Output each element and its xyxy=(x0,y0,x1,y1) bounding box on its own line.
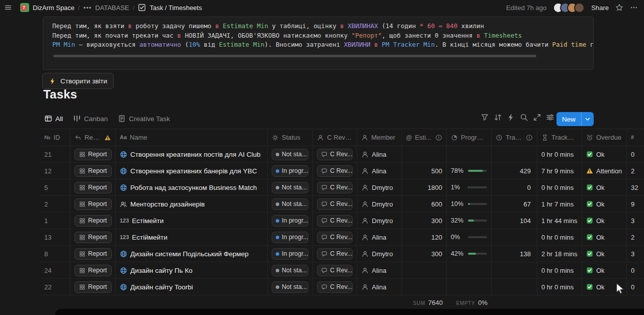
cell-member[interactable]: Alina xyxy=(357,262,402,278)
task-name[interactable]: Менторство дизайнерів xyxy=(130,200,205,208)
report-button[interactable]: Report xyxy=(74,149,112,160)
cell-member[interactable]: Dmytro xyxy=(357,213,402,229)
avatar-stack[interactable] xyxy=(553,3,585,13)
column-header-replies[interactable]: Repl... xyxy=(70,129,116,146)
cell-tracker[interactable]: 0 hr 0 mins xyxy=(537,262,582,278)
review-pill[interactable]: C Rev... xyxy=(317,198,353,210)
cell-tracker[interactable]: 1 hr 44 mins xyxy=(537,213,582,229)
cell-tracked[interactable] xyxy=(492,146,537,162)
cell-tracker[interactable]: 1 hr 7 mins xyxy=(537,196,582,212)
cell-tracker[interactable]: 0 hr 0 mins xyxy=(537,229,582,245)
cell-tracked[interactable]: 67 xyxy=(492,196,537,212)
status-pill[interactable]: In progr... xyxy=(272,215,308,227)
cell-estimate[interactable] xyxy=(402,262,447,278)
view-tab-all[interactable]: All xyxy=(44,115,63,123)
column-header-tracker[interactable]: Tracker... xyxy=(537,129,582,146)
review-pill[interactable]: C Rev... xyxy=(317,182,353,193)
status-pill[interactable]: Not sta... xyxy=(272,198,308,210)
review-pill[interactable]: C Rev... xyxy=(317,248,353,260)
sort-icon[interactable] xyxy=(494,113,502,122)
status-pill[interactable]: Not sta... xyxy=(272,265,308,276)
report-button[interactable]: Report xyxy=(74,182,112,193)
review-pill[interactable]: C Rev... xyxy=(317,165,353,177)
status-pill[interactable]: Not sta... xyxy=(272,149,308,160)
cell-member[interactable]: Alina xyxy=(357,146,402,162)
status-pill[interactable]: Not sta... xyxy=(272,281,308,293)
column-header-estimate[interactable]: @Esti... xyxy=(402,129,447,146)
create-reports-button[interactable]: Створити звіти xyxy=(42,73,114,89)
filter-icon[interactable] xyxy=(480,113,489,122)
report-button[interactable]: Report xyxy=(74,165,112,177)
status-pill[interactable]: In progr... xyxy=(272,232,308,243)
task-name[interactable]: Дизайн сайту Пь Ко xyxy=(130,267,193,274)
column-header-progress[interactable]: Progress xyxy=(447,129,492,146)
share-button[interactable]: Share xyxy=(591,4,609,12)
review-pill[interactable]: C Rev... xyxy=(317,265,353,276)
column-header-tracked[interactable]: Trac... xyxy=(492,129,537,146)
review-pill[interactable]: C Rev... xyxy=(317,232,353,243)
cell-estimate[interactable]: 300 xyxy=(402,213,447,229)
estimate-sum-footer[interactable]: SUM 7640 xyxy=(402,299,443,306)
report-button[interactable]: Report xyxy=(74,281,112,293)
cell-estimate[interactable] xyxy=(402,146,447,162)
cell-estimate[interactable]: 600 xyxy=(402,196,447,212)
status-pill[interactable]: In progr... xyxy=(272,248,308,260)
horizontal-scrollbar[interactable] xyxy=(53,55,536,57)
task-name[interactable]: Робота над застосунком Business Match xyxy=(130,184,257,191)
status-pill[interactable]: In progr... xyxy=(272,165,308,177)
column-header-status[interactable]: Status xyxy=(268,129,313,146)
review-pill[interactable]: C Rev... xyxy=(317,149,353,160)
view-tab-canban[interactable]: Canban xyxy=(73,115,108,123)
column-header-member[interactable]: Member xyxy=(357,129,402,146)
cell-tracked[interactable] xyxy=(492,229,537,245)
cell-member[interactable]: Alina xyxy=(357,279,402,295)
new-button[interactable]: New xyxy=(556,112,594,126)
favorite-star-icon[interactable] xyxy=(615,4,623,12)
column-header-overdue[interactable]: Overdue xyxy=(582,129,627,146)
report-button[interactable]: Report xyxy=(74,198,112,210)
status-pill[interactable]: Not sta... xyxy=(272,182,308,193)
review-pill[interactable]: C Rev... xyxy=(317,281,353,293)
report-button[interactable]: Report xyxy=(74,248,112,260)
report-button[interactable]: Report xyxy=(74,265,112,276)
progress-empty-footer[interactable]: EMPTY 0% xyxy=(447,299,488,306)
column-header-extra[interactable]: # xyxy=(627,129,644,146)
cell-tracked[interactable]: 429 xyxy=(492,163,537,179)
info-icon[interactable] xyxy=(526,134,533,141)
cell-estimate[interactable]: 120 xyxy=(402,229,447,245)
cell-tracker[interactable]: 0 hr 0 mins xyxy=(537,279,582,295)
cell-tracked[interactable]: 0 xyxy=(492,179,537,195)
sidebar-toggle-icon[interactable] xyxy=(4,4,12,12)
task-name[interactable]: Створення креативних банерів для YBC xyxy=(130,167,257,175)
task-name[interactable]: Створення креативних постів для AI Club xyxy=(130,151,261,158)
column-header-review[interactable]: C Review xyxy=(313,129,357,146)
column-header-id[interactable]: №ID xyxy=(40,129,70,146)
cell-tracker[interactable]: 7 hr 9 mins xyxy=(537,163,582,179)
search-icon[interactable] xyxy=(520,113,528,122)
cell-tracked[interactable]: 138 xyxy=(492,246,537,262)
review-pill[interactable]: C Rev... xyxy=(317,215,353,227)
more-options-icon[interactable] xyxy=(630,4,638,12)
cell-estimate[interactable]: 300 xyxy=(402,246,447,262)
report-button[interactable]: Report xyxy=(74,215,112,227)
notification-badge[interactable]: 7 xyxy=(21,5,27,11)
breadcrumb-page[interactable]: Task / Timesheets xyxy=(149,4,202,12)
cell-tracked[interactable] xyxy=(492,279,537,295)
task-name[interactable]: Естіймейти xyxy=(132,234,167,241)
automation-icon[interactable] xyxy=(507,113,515,122)
info-icon[interactable] xyxy=(435,134,442,141)
cell-member[interactable]: Alina xyxy=(357,229,402,245)
cell-member[interactable]: Dmytro xyxy=(357,246,402,262)
cell-tracker[interactable]: 2 hr 18 mins xyxy=(537,246,582,262)
user-avatar[interactable] xyxy=(574,3,585,13)
cell-member[interactable]: Dmytro xyxy=(357,196,402,212)
cell-member[interactable]: Dmytro xyxy=(357,179,402,195)
task-name[interactable]: Дизайн системи Подільський Фермер xyxy=(130,250,249,258)
task-name[interactable]: Дизайн сайту Toorbi xyxy=(130,283,193,291)
column-header-name[interactable]: AaName xyxy=(116,129,268,146)
breadcrumb-ellipsis[interactable]: ••• xyxy=(84,4,92,12)
task-name[interactable]: Естімейти xyxy=(132,217,164,225)
cell-tracked[interactable] xyxy=(492,262,537,278)
cell-tracked[interactable]: 104 xyxy=(492,213,537,229)
expand-icon[interactable] xyxy=(533,113,541,122)
